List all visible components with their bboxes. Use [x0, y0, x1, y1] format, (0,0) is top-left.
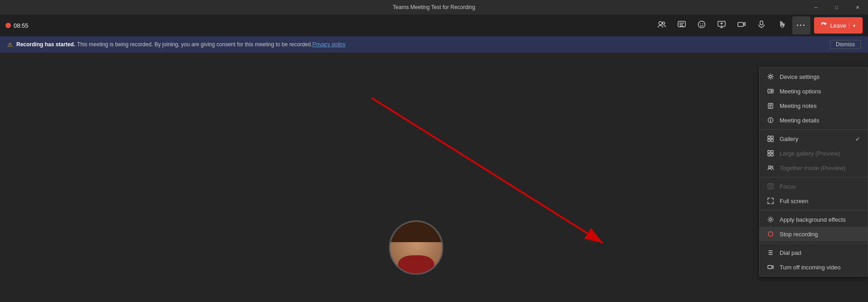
svg-point-47: [771, 254, 772, 255]
title-bar: Teams Meeting Test for Recording ─ □ ✕: [0, 0, 868, 15]
svg-rect-36: [769, 185, 772, 188]
menu-item-gallery[interactable]: Gallery✓: [760, 132, 868, 146]
meeting-controls: ···: [653, 16, 810, 34]
menu-item-together-mode: Together mode (Preview): [760, 161, 868, 175]
svg-point-33: [769, 166, 771, 168]
svg-rect-28: [771, 139, 773, 141]
svg-rect-12: [760, 21, 763, 25]
svg-rect-11: [738, 23, 743, 27]
menu-item-full-screen[interactable]: Full screen: [760, 194, 868, 208]
participants-button[interactable]: [653, 16, 671, 34]
svg-point-1: [662, 22, 664, 24]
raise-hand-button[interactable]: [772, 16, 790, 34]
svg-line-15: [372, 98, 603, 243]
svg-point-16: [770, 76, 772, 78]
reactions-button[interactable]: [693, 16, 711, 34]
menu-item-large-gallery: Large gallery (Preview): [760, 146, 868, 161]
stop-recording-icon: [768, 231, 773, 237]
menu-item-meeting-details[interactable]: Meeting details: [760, 113, 868, 127]
svg-point-37: [768, 217, 773, 222]
mic-button[interactable]: [752, 16, 771, 34]
background-effects-icon: [767, 216, 774, 223]
chat-button[interactable]: [673, 16, 691, 34]
menu-item-turn-off-video[interactable]: Turn off incoming video: [760, 260, 868, 274]
menu-item-meeting-notes[interactable]: Meeting notes: [760, 98, 868, 113]
participants-icon: [657, 20, 666, 31]
focus-label: Focus: [780, 183, 860, 190]
svg-rect-25: [768, 136, 770, 138]
share-screen-button[interactable]: [713, 16, 731, 34]
menu-item-focus: Focus: [760, 179, 868, 194]
svg-point-44: [771, 252, 772, 253]
svg-point-24: [770, 119, 771, 120]
turn-off-video-icon: [767, 263, 774, 271]
more-button[interactable]: ···: [792, 16, 810, 34]
meeting-bar: 08:55: [0, 15, 868, 36]
large-gallery-label: Large gallery (Preview): [780, 150, 860, 157]
more-icon: ···: [796, 21, 806, 30]
close-button[interactable]: ✕: [847, 0, 868, 15]
menu-item-device-settings[interactable]: Device settings: [760, 69, 868, 84]
svg-point-45: [769, 254, 770, 255]
participant-avatar: [389, 220, 443, 275]
window-title: Teams Meeting Test for Recording: [393, 4, 475, 10]
share-screen-icon: [717, 20, 726, 31]
minimize-button[interactable]: ─: [805, 0, 826, 15]
menu-item-dial-pad[interactable]: Dial pad: [760, 245, 868, 260]
meeting-details-label: Meeting details: [780, 117, 860, 124]
recording-banner: ⚠ Recording has started. This meeting is…: [0, 36, 868, 53]
dial-pad-label: Dial pad: [780, 249, 860, 256]
meeting-options-label: Meeting options: [780, 88, 860, 95]
full-screen-label: Full screen: [780, 198, 860, 205]
svg-point-6: [700, 24, 701, 24]
menu-divider: [760, 243, 868, 244]
menu-divider: [760, 210, 868, 210]
leave-label: Leave: [830, 22, 846, 29]
menu-divider: [760, 177, 868, 177]
svg-point-43: [770, 252, 771, 253]
gallery-icon: [767, 135, 774, 142]
background-effects-label: Apply background effects: [780, 216, 860, 223]
menu-divider: [760, 129, 868, 130]
window-controls: ─ □ ✕: [805, 0, 868, 15]
focus-icon: [767, 183, 774, 190]
dropdown-menu: Device settingsMeeting optionsMeeting no…: [759, 67, 868, 277]
menu-item-stop-recording[interactable]: Stop recording: [760, 227, 868, 241]
svg-rect-30: [771, 151, 773, 153]
svg-point-34: [771, 166, 773, 168]
main-content: Device settingsMeeting optionsMeeting no…: [0, 53, 868, 302]
svg-point-39: [769, 250, 770, 251]
gallery-checkmark: ✓: [855, 136, 860, 142]
avatar-hair: [390, 222, 442, 242]
together-mode-icon: [767, 164, 774, 171]
meeting-options-icon: [767, 88, 774, 95]
device-settings-icon: [767, 73, 774, 80]
chat-icon: [677, 20, 686, 31]
privacy-policy-link[interactable]: Privacy policy: [312, 41, 345, 48]
menu-item-meeting-options[interactable]: Meeting options: [760, 84, 868, 98]
recording-indicator: 08:55: [5, 22, 29, 29]
svg-rect-27: [768, 139, 770, 141]
video-button[interactable]: [732, 16, 751, 34]
leave-chevron[interactable]: ▾: [849, 23, 855, 28]
dismiss-button[interactable]: Dismiss: [830, 40, 861, 49]
leave-button[interactable]: Leave ▾: [814, 17, 863, 34]
meeting-notes-label: Meeting notes: [780, 102, 860, 109]
meeting-details-icon: [767, 117, 774, 124]
svg-point-38: [770, 219, 772, 221]
full-screen-icon: [767, 197, 774, 205]
avatar-face: [390, 222, 442, 273]
svg-rect-31: [768, 154, 770, 156]
avatar-body: [398, 255, 434, 273]
svg-rect-29: [768, 151, 770, 153]
maximize-button[interactable]: □: [826, 0, 847, 15]
svg-point-41: [771, 250, 772, 251]
recording-dot: [5, 23, 11, 28]
banner-message: This meeting is being recorded. By joini…: [77, 41, 312, 48]
meeting-notes-icon: [767, 102, 774, 109]
phone-icon: [821, 22, 828, 29]
menu-item-background-effects[interactable]: Apply background effects: [760, 212, 868, 227]
svg-point-5: [698, 21, 705, 28]
svg-rect-48: [768, 266, 772, 269]
large-gallery-icon: [767, 150, 774, 157]
